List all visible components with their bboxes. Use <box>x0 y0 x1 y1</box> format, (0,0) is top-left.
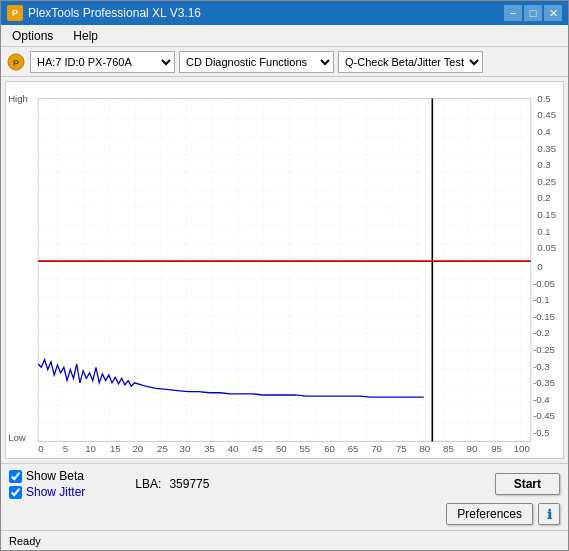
function-select[interactable]: CD Diagnostic Functions <box>179 51 334 73</box>
toolbar: P HA:7 ID:0 PX-760A CD Diagnostic Functi… <box>1 47 568 77</box>
svg-text:20: 20 <box>132 443 143 454</box>
svg-text:0: 0 <box>537 261 543 272</box>
menu-bar: Options Help <box>1 25 568 47</box>
svg-text:100: 100 <box>514 443 531 454</box>
svg-text:0: 0 <box>38 443 44 454</box>
svg-text:15: 15 <box>110 443 121 454</box>
menu-help[interactable]: Help <box>68 27 103 45</box>
svg-text:55: 55 <box>299 443 310 454</box>
test-select[interactable]: Q-Check Beta/Jitter Test <box>338 51 483 73</box>
svg-text:0.05: 0.05 <box>537 242 556 253</box>
lba-section: LBA: 359775 <box>135 477 209 491</box>
title-bar-controls: − □ ✕ <box>504 5 562 21</box>
svg-text:95: 95 <box>491 443 502 454</box>
svg-text:0.5: 0.5 <box>537 93 551 104</box>
svg-text:-0.45: -0.45 <box>533 410 555 421</box>
svg-text:0.3: 0.3 <box>537 159 551 170</box>
svg-text:80: 80 <box>419 443 430 454</box>
svg-text:0.45: 0.45 <box>537 109 556 120</box>
svg-text:40: 40 <box>228 443 239 454</box>
lba-label: LBA: <box>135 477 161 491</box>
show-beta-label: Show Beta <box>26 469 84 483</box>
show-beta-item: Show Beta <box>9 469 85 483</box>
prefs-row: Preferences ℹ <box>9 501 560 525</box>
maximize-button[interactable]: □ <box>524 5 542 21</box>
svg-text:90: 90 <box>467 443 478 454</box>
title-bar: P PlexTools Professional XL V3.16 − □ ✕ <box>1 1 568 25</box>
svg-rect-3 <box>38 99 531 442</box>
svg-text:-0.5: -0.5 <box>533 427 550 438</box>
svg-text:0.2: 0.2 <box>537 192 550 203</box>
svg-text:30: 30 <box>180 443 191 454</box>
status-bar: Ready <box>1 530 568 550</box>
preferences-button[interactable]: Preferences <box>446 503 533 525</box>
svg-text:5: 5 <box>63 443 69 454</box>
device-select[interactable]: HA:7 ID:0 PX-760A <box>30 51 175 73</box>
show-jitter-item: Show Jitter <box>9 485 85 499</box>
title-bar-left: P PlexTools Professional XL V3.16 <box>7 5 201 21</box>
menu-options[interactable]: Options <box>7 27 58 45</box>
main-window: P PlexTools Professional XL V3.16 − □ ✕ … <box>0 0 569 551</box>
status-text: Ready <box>9 535 41 547</box>
svg-text:0.1: 0.1 <box>537 225 550 236</box>
svg-text:-0.3: -0.3 <box>533 360 550 371</box>
svg-text:0.25: 0.25 <box>537 176 556 187</box>
svg-text:70: 70 <box>371 443 382 454</box>
svg-text:10: 10 <box>85 443 96 454</box>
svg-text:60: 60 <box>324 443 335 454</box>
svg-text:-0.15: -0.15 <box>533 311 555 322</box>
checkboxes: Show Beta Show Jitter <box>9 469 85 499</box>
svg-text:High: High <box>8 93 28 104</box>
svg-text:-0.1: -0.1 <box>533 294 550 305</box>
bottom-panel: Show Beta Show Jitter LBA: 359775 Start … <box>1 463 568 530</box>
chart-svg: 0.5 0.45 0.4 0.35 0.3 0.25 0.2 0.15 0.1 … <box>6 82 563 458</box>
lba-value: 359775 <box>169 477 209 491</box>
svg-text:-0.4: -0.4 <box>533 394 550 405</box>
show-beta-checkbox[interactable] <box>9 470 22 483</box>
svg-text:-0.25: -0.25 <box>533 344 555 355</box>
svg-text:0.4: 0.4 <box>537 126 551 137</box>
svg-text:0.35: 0.35 <box>537 143 556 154</box>
minimize-button[interactable]: − <box>504 5 522 21</box>
chart-area: 0.5 0.45 0.4 0.35 0.3 0.25 0.2 0.15 0.1 … <box>5 81 564 459</box>
svg-text:-0.05: -0.05 <box>533 277 555 288</box>
start-button[interactable]: Start <box>495 473 560 495</box>
svg-text:50: 50 <box>276 443 287 454</box>
show-jitter-checkbox[interactable] <box>9 486 22 499</box>
device-icon: P <box>6 52 26 72</box>
close-button[interactable]: ✕ <box>544 5 562 21</box>
svg-text:-0.2: -0.2 <box>533 327 550 338</box>
show-jitter-label: Show Jitter <box>26 485 85 499</box>
app-icon: P <box>7 5 23 21</box>
bottom-row1: Show Beta Show Jitter LBA: 359775 Start <box>9 469 560 499</box>
svg-text:35: 35 <box>204 443 215 454</box>
svg-text:25: 25 <box>157 443 168 454</box>
window-title: PlexTools Professional XL V3.16 <box>28 6 201 20</box>
svg-text:45: 45 <box>252 443 263 454</box>
svg-text:Low: Low <box>8 432 27 443</box>
svg-text:-0.35: -0.35 <box>533 377 555 388</box>
svg-text:65: 65 <box>348 443 359 454</box>
svg-text:P: P <box>13 58 19 68</box>
svg-text:0.15: 0.15 <box>537 209 556 220</box>
info-button[interactable]: ℹ <box>538 503 560 525</box>
svg-text:85: 85 <box>443 443 454 454</box>
svg-text:75: 75 <box>396 443 407 454</box>
